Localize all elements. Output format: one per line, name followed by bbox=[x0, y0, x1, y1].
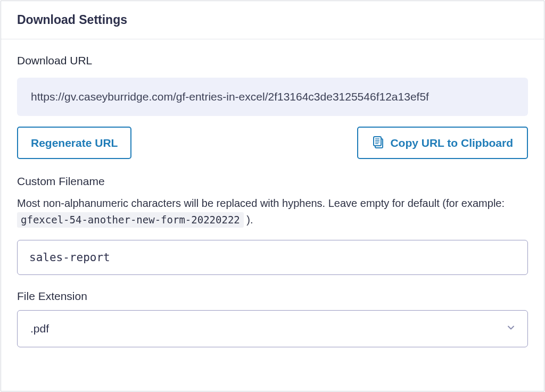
url-actions-row: Regenerate URL Copy URL to Clipboard bbox=[17, 127, 528, 159]
clipboard-icon bbox=[372, 136, 385, 150]
copy-url-button[interactable]: Copy URL to Clipboard bbox=[357, 127, 528, 159]
custom-filename-label: Custom Filename bbox=[17, 175, 528, 188]
file-extension-label: File Extension bbox=[17, 290, 528, 303]
custom-filename-input[interactable] bbox=[17, 240, 528, 275]
svg-rect-1 bbox=[374, 137, 381, 146]
download-url-label: Download URL bbox=[17, 54, 528, 67]
copy-url-label: Copy URL to Clipboard bbox=[390, 137, 513, 148]
panel-body: Download URL https://gv.caseyburridge.co… bbox=[1, 39, 544, 362]
regenerate-url-button[interactable]: Regenerate URL bbox=[17, 127, 131, 159]
file-extension-select-wrap: .pdf bbox=[17, 310, 528, 347]
file-extension-select[interactable]: .pdf bbox=[17, 310, 528, 347]
help-example-code: gfexcel-54-another-new-form-20220222 bbox=[17, 212, 244, 228]
help-suffix: ). bbox=[244, 214, 253, 226]
custom-filename-help: Most non-alphanumeric characters will be… bbox=[17, 195, 528, 228]
panel-title: Download Settings bbox=[17, 13, 528, 27]
help-prefix: Most non-alphanumeric characters will be… bbox=[17, 197, 505, 209]
download-settings-panel: Download Settings Download URL https://g… bbox=[1, 1, 544, 391]
panel-header: Download Settings bbox=[1, 1, 544, 39]
download-url-display: https://gv.caseyburridge.com/gf-entries-… bbox=[17, 78, 528, 116]
